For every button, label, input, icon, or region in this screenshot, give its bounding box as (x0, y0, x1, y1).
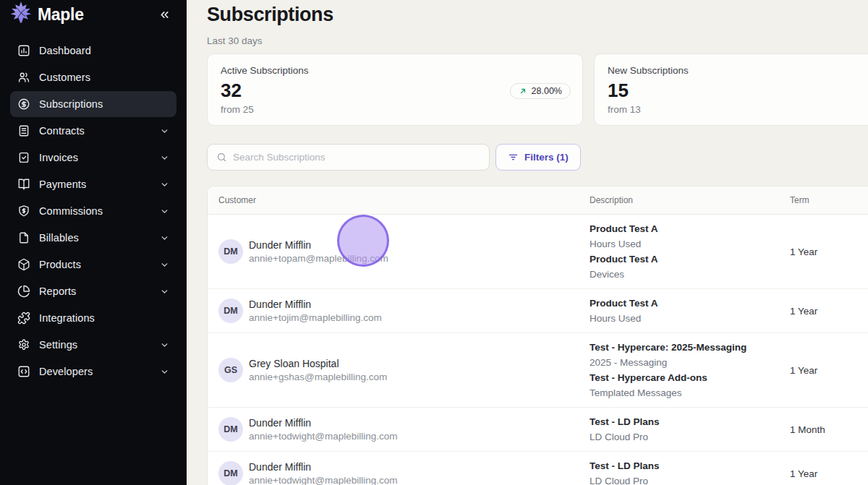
sidebar-item-developers[interactable]: Developers (10, 359, 176, 385)
search-box (207, 144, 490, 171)
filters-button[interactable]: Filters (1) (495, 144, 581, 171)
pie-chart-icon (17, 285, 30, 298)
customer-name: Dunder Mifflin (249, 298, 382, 311)
avatar: DM (218, 299, 243, 323)
stat-card-active-subscriptions: Active Subscriptions 32 from 25 28.00% (207, 53, 583, 126)
description-cell: Test - LD PlansLD Cloud Pro (590, 414, 790, 445)
stat-card-new-subscriptions: New Subscriptions 15 from 13 (594, 53, 868, 126)
filter-icon (508, 152, 519, 163)
customer-email: annie+todwight@maplebilling.com (249, 429, 397, 443)
customer-cell: DM Dunder Mifflin annie+todwight@maplebi… (218, 460, 590, 485)
table-row[interactable]: GS Grey Sloan Hospital annie+gshas@maple… (208, 333, 868, 408)
table-row[interactable]: DM Dunder Mifflin annie+tojim@maplebilli… (208, 289, 868, 333)
table-row[interactable]: DM Dunder Mifflin annie+todwight@maplebi… (208, 452, 868, 485)
sidebar-item-subscriptions[interactable]: Subscriptions (10, 91, 176, 117)
chevron-down-icon (160, 367, 169, 377)
customer-name: Grey Sloan Hospital (249, 357, 387, 370)
sidebar-item-payments[interactable]: Payments (10, 171, 176, 197)
column-header-description: Description (590, 195, 790, 205)
term-cell: 1 Year (790, 246, 868, 257)
customer-name: Dunder Mifflin (249, 239, 388, 252)
description-line: Hours Used (590, 236, 790, 252)
stat-comparison: from 25 (221, 104, 569, 115)
filters-label: Filters (1) (524, 152, 569, 163)
collapse-sidebar-button[interactable] (157, 7, 172, 22)
gear-icon (17, 338, 30, 351)
chevron-down-icon (160, 126, 169, 136)
chevron-down-icon (160, 207, 169, 216)
description-line: Test - LD Plans (590, 414, 790, 429)
description-line: Test - Hypercare Add-ons (590, 370, 790, 385)
sidebar-nav: DashboardCustomersSubscriptionsContracts… (0, 29, 187, 385)
sidebar-item-label: Contracts (39, 125, 85, 137)
toolbar: Filters (1) (207, 144, 868, 171)
customer-cell: DM Dunder Mifflin annie+tojim@maplebilli… (218, 298, 590, 325)
avatar: GS (218, 358, 243, 382)
sidebar-item-label: Dashboard (39, 45, 91, 56)
avatar: DM (218, 461, 243, 485)
sidebar-item-reports[interactable]: Reports (10, 278, 176, 304)
page-title: Subscriptions (207, 4, 868, 26)
avatar: DM (218, 239, 243, 264)
sidebar-item-billables[interactable]: Billables (10, 225, 176, 251)
description-line: LD Cloud Pro (590, 473, 790, 485)
trend-badge: 28.00% (510, 83, 571, 99)
customer-email: annie+tojim@maplebilling.com (249, 311, 382, 325)
stat-value: 15 (608, 80, 868, 102)
app-logo-text: Maple (38, 5, 84, 25)
sidebar-item-contracts[interactable]: Contracts (10, 118, 176, 144)
description-line: Test - LD Plans (590, 458, 790, 473)
sidebar-item-label: Integrations (39, 312, 95, 324)
sidebar-item-label: Subscriptions (39, 98, 103, 110)
column-header-customer: Customer (218, 195, 590, 205)
description-cell: Test - LD PlansLD Cloud Pro (590, 458, 790, 485)
description-cell: Product Test AHours UsedProduct Test ADe… (590, 221, 790, 282)
chevron-down-icon (160, 153, 169, 163)
stat-comparison: from 13 (608, 104, 868, 115)
stat-label: Active Subscriptions (221, 65, 569, 76)
search-icon (216, 152, 227, 163)
sidebar-item-customers[interactable]: Customers (10, 64, 176, 90)
sidebar-item-label: Commissions (39, 205, 103, 217)
dashboard-icon (17, 44, 30, 57)
description-cell: Product Test AHours Used (590, 296, 790, 326)
search-input[interactable] (233, 152, 480, 163)
sidebar-item-label: Settings (39, 339, 77, 351)
customer-cell: DM Dunder Mifflin annie+topam@maplebilli… (218, 239, 590, 265)
stat-label: New Subscriptions (608, 65, 868, 76)
package-icon (17, 258, 30, 271)
sidebar-item-settings[interactable]: Settings (10, 332, 176, 358)
sidebar-item-label: Invoices (39, 152, 78, 163)
sidebar-item-invoices[interactable]: Invoices (10, 145, 176, 171)
customer-cell: DM Dunder Mifflin annie+todwight@maplebi… (218, 416, 590, 443)
sidebar-item-label: Billables (39, 232, 79, 244)
customer-name: Dunder Mifflin (249, 416, 397, 429)
table-row[interactable]: DM Dunder Mifflin annie+topam@maplebilli… (208, 215, 868, 289)
book-open-icon (17, 178, 30, 191)
table-row[interactable]: DM Dunder Mifflin annie+todwight@maplebi… (208, 408, 868, 452)
file-icon (17, 231, 30, 244)
description-line: Hours Used (590, 311, 790, 326)
trend-up-arrow-icon (519, 87, 527, 95)
customer-email: annie+todwight@maplebilling.com (249, 473, 397, 485)
term-cell: 1 Year (790, 468, 868, 479)
description-line: LD Cloud Pro (590, 429, 790, 445)
sidebar-item-commissions[interactable]: Commissions (10, 198, 176, 224)
contract-icon (17, 124, 30, 137)
stats-row: Active Subscriptions 32 from 25 28.00% N… (207, 53, 868, 126)
puzzle-icon (17, 312, 30, 325)
term-cell: 1 Month (790, 424, 868, 435)
description-line: Devices (590, 267, 790, 282)
sidebar-item-dashboard[interactable]: Dashboard (10, 38, 176, 64)
customer-email: annie+topam@maplebilling.com (249, 252, 388, 265)
description-line: Product Test A (590, 296, 790, 311)
chevron-down-icon (160, 287, 169, 296)
sidebar: Maple DashboardCustomersSubscriptionsCon… (0, 0, 187, 485)
description-line: Templated Messages (590, 385, 790, 400)
date-range-label: Last 30 days (207, 35, 868, 46)
sidebar-item-label: Products (39, 259, 81, 270)
sidebar-item-products[interactable]: Products (10, 252, 176, 278)
sidebar-item-integrations[interactable]: Integrations (10, 305, 176, 331)
chevron-down-icon (160, 180, 169, 189)
users-icon (17, 71, 30, 84)
